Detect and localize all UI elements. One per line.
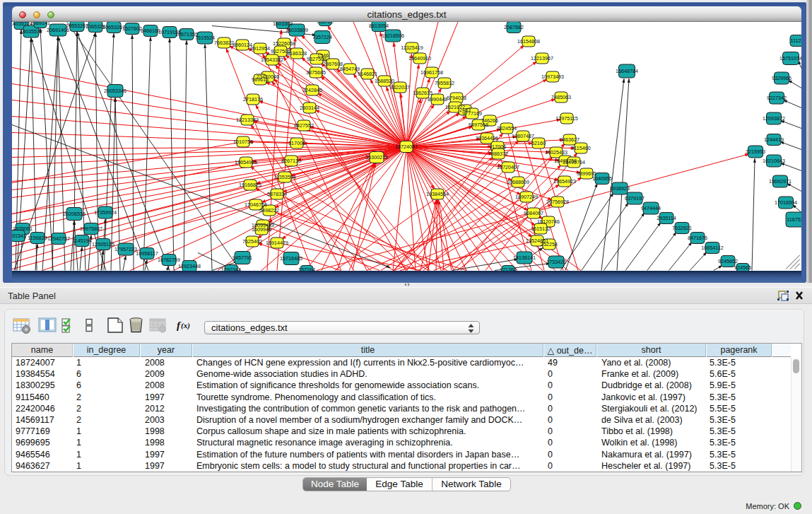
- svg-text:746266: 746266: [481, 117, 498, 124]
- svg-text:10958117: 10958117: [136, 250, 158, 257]
- svg-text:10210643: 10210643: [763, 158, 785, 164]
- svg-text:3875685: 3875685: [306, 69, 326, 76]
- svg-text:16154808: 16154808: [517, 38, 540, 45]
- svg-text:735722: 735722: [317, 22, 334, 25]
- svg-text:3242845: 3242845: [302, 87, 322, 93]
- svg-text:10654112: 10654112: [701, 245, 723, 251]
- svg-text:252254: 252254: [541, 241, 558, 247]
- svg-text:16495764: 16495764: [563, 159, 585, 165]
- svg-text:1362615: 1362615: [413, 90, 433, 96]
- svg-text:9084067: 9084067: [524, 210, 543, 216]
- svg-text:16914479: 16914479: [266, 240, 288, 246]
- svg-text:7485063: 7485063: [551, 94, 571, 100]
- svg-text:9146821: 9146821: [358, 71, 377, 77]
- svg-text:116753: 116753: [787, 216, 801, 223]
- svg-text:8427552: 8427552: [294, 122, 314, 129]
- svg-text:11353594: 11353594: [273, 174, 295, 180]
- svg-text:1615132: 1615132: [531, 226, 551, 232]
- svg-text:15692971: 15692971: [769, 178, 792, 185]
- svg-text:12093872: 12093872: [763, 115, 785, 122]
- svg-text:1527602: 1527602: [122, 25, 142, 32]
- svg-text:9115460: 9115460: [571, 145, 590, 151]
- svg-text:16961758: 16961758: [420, 69, 443, 76]
- svg-text:16782759: 16782759: [158, 257, 180, 263]
- svg-text:10543382: 10543382: [261, 57, 283, 63]
- svg-text:12942757: 12942757: [47, 235, 70, 242]
- svg-text:15300275: 15300275: [365, 154, 388, 160]
- svg-text:62160: 62160: [531, 140, 546, 146]
- svg-text:1156829: 1156829: [28, 235, 47, 241]
- svg-text:7955812: 7955812: [435, 80, 454, 86]
- svg-text:1244419: 1244419: [764, 136, 784, 143]
- svg-text:2803144: 2803144: [300, 105, 319, 111]
- svg-text:18907249: 18907249: [515, 194, 538, 200]
- svg-text:1935061: 1935061: [13, 226, 33, 232]
- svg-text:18724007: 18724007: [395, 144, 418, 150]
- svg-text:11123: 11123: [791, 37, 801, 44]
- svg-text:10973493: 10973493: [541, 74, 564, 80]
- svg-text:8267130: 8267130: [281, 158, 301, 164]
- svg-text:19975887: 19975887: [80, 226, 102, 232]
- svg-text:2087682: 2087682: [504, 24, 524, 30]
- svg-text:9329966: 9329966: [772, 75, 792, 81]
- svg-text:19384554: 19384554: [426, 191, 449, 197]
- svg-text:16120746: 16120746: [537, 218, 560, 225]
- svg-text:1640955: 1640955: [592, 175, 612, 182]
- svg-text:8813054: 8813054: [369, 23, 389, 29]
- svg-text:15751074: 15751074: [779, 55, 801, 62]
- svg-text:17957223: 17957223: [114, 246, 137, 252]
- svg-text:1010755: 1010755: [233, 139, 253, 145]
- svg-text:16648784: 16648784: [616, 68, 638, 74]
- svg-text:7515524: 7515524: [195, 35, 215, 41]
- svg-text:10688609: 10688609: [507, 179, 529, 185]
- svg-text:391541: 391541: [12, 233, 26, 239]
- svg-text:5878334: 5878334: [267, 191, 287, 197]
- svg-text:20756928: 20756928: [546, 199, 569, 205]
- svg-text:17359924: 17359924: [94, 209, 117, 216]
- svg-text:6794028: 6794028: [447, 95, 466, 101]
- svg-text:14136141: 14136141: [513, 255, 536, 261]
- svg-text:12213967: 12213967: [531, 55, 553, 62]
- svg-text:8938923: 8938923: [610, 185, 630, 192]
- svg-text:9245652: 9245652: [718, 258, 738, 264]
- svg-text:924565: 924565: [734, 264, 751, 271]
- svg-text:989613: 989613: [252, 76, 269, 83]
- svg-text:1609948: 1609948: [252, 226, 271, 233]
- svg-text:1603309: 1603309: [273, 22, 293, 27]
- svg-text:8454749: 8454749: [340, 66, 360, 72]
- svg-text:20053346: 20053346: [104, 88, 126, 94]
- svg-text:317006: 317006: [288, 140, 305, 146]
- svg-text:3824554: 3824554: [497, 125, 517, 132]
- svg-text:15226058: 15226058: [273, 40, 295, 47]
- svg-text:17016504: 17016504: [775, 199, 797, 206]
- svg-text:10025433: 10025433: [545, 149, 567, 156]
- svg-text:12975115: 12975115: [555, 115, 577, 122]
- svg-text:15720407: 15720407: [497, 164, 519, 170]
- svg-text:7357224: 7357224: [312, 34, 332, 40]
- svg-text:8322037: 8322037: [390, 84, 410, 90]
- svg-text:9474444: 9474444: [641, 205, 661, 211]
- svg-text:11325419: 11325419: [401, 45, 423, 51]
- svg-text:15716485: 15716485: [280, 255, 302, 262]
- svg-text:14035572: 14035572: [20, 28, 42, 35]
- svg-text:12213383: 12213383: [236, 117, 259, 123]
- svg-text:5498222: 5498222: [259, 207, 279, 214]
- svg-text:19166825: 19166825: [239, 182, 261, 188]
- svg-text:10807487: 10807487: [512, 133, 534, 139]
- svg-text:8186328: 8186328: [287, 50, 307, 57]
- svg-text:7986372: 7986372: [488, 151, 508, 157]
- svg-text:1733426: 1733426: [546, 259, 566, 265]
- svg-text:2718176: 2718176: [243, 96, 263, 103]
- svg-text:9463627: 9463627: [560, 136, 579, 143]
- svg-text:8990448: 8990448: [428, 96, 447, 103]
- svg-text:12923448: 12923448: [178, 263, 201, 269]
- svg-text:19218506: 19218506: [382, 33, 404, 39]
- svg-text:3215953: 3215953: [746, 148, 765, 155]
- svg-text:8912954: 8912954: [250, 45, 270, 52]
- svg-text:(x): (x): [181, 321, 190, 330]
- svg-text:9227342: 9227342: [767, 95, 787, 101]
- svg-text:12505135: 12505135: [92, 241, 114, 247]
- svg-text:20364436: 20364436: [476, 135, 498, 141]
- svg-text:8960124: 8960124: [233, 42, 252, 48]
- svg-text:19654923: 19654923: [553, 178, 576, 185]
